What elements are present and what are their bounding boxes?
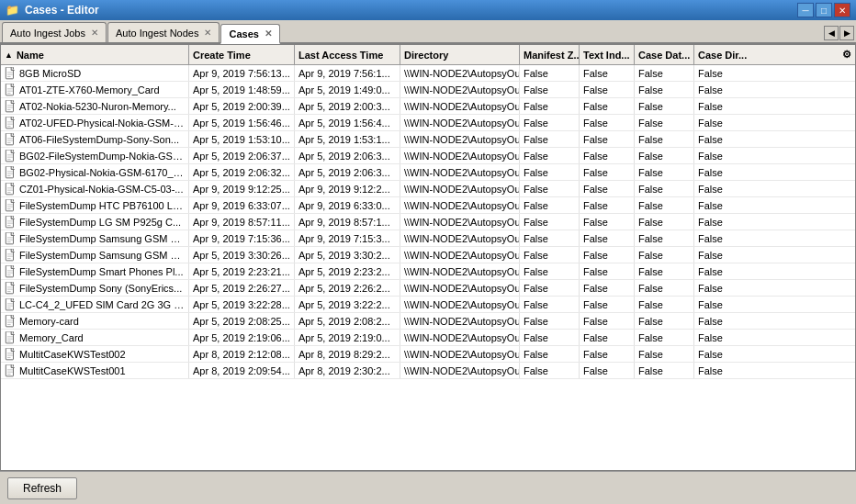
cell-casedir: False xyxy=(694,346,855,362)
minimize-button[interactable]: ─ xyxy=(797,3,814,17)
row-name: BG02-Physical-Nokia-GSM-6170_2... xyxy=(19,167,185,178)
table-row[interactable]: LC-C4_2_UFED SIM Card 2G 3G S... Apr 5, … xyxy=(1,297,855,313)
table-row[interactable]: FileSystemDump HTC PB76100 Le... Apr 9, … xyxy=(1,197,855,214)
cell-access: Apr 9, 2019 7:15:3... xyxy=(295,230,400,246)
table-row[interactable]: FileSystemDump Sony (SonyErics... Apr 5,… xyxy=(1,280,855,297)
cell-dir: \\WIN-NODE2\AutopsyOutput\Cas... xyxy=(400,197,520,213)
file-icon xyxy=(5,315,16,328)
cell-create: Apr 8, 2019 2:09:54... xyxy=(189,363,295,378)
table-row[interactable]: MultitCaseKWSTest002 Apr 8, 2019 2:12:08… xyxy=(1,346,855,363)
table-row[interactable]: FileSystemDump Smart Phones Pl... Apr 5,… xyxy=(1,263,855,280)
cell-casedir: False xyxy=(694,313,855,329)
refresh-button[interactable]: Refresh xyxy=(7,477,77,499)
file-icon xyxy=(5,150,16,162)
cell-access: Apr 5, 2019 2:19:0... xyxy=(295,330,400,345)
cell-manifest: False xyxy=(520,313,580,329)
cell-manifest: False xyxy=(520,197,580,213)
cell-name: Memory-card xyxy=(1,313,189,329)
table-row[interactable]: AT01-ZTE-X760-Memory_Card Apr 5, 2019 1:… xyxy=(1,82,855,98)
file-icon xyxy=(5,100,16,113)
col-header-name[interactable]: ▲ Name xyxy=(1,45,189,64)
cell-manifest: False xyxy=(520,115,580,130)
table-row[interactable]: MultitCaseKWSTest001 Apr 8, 2019 2:09:54… xyxy=(1,363,855,379)
cell-manifest: False xyxy=(520,280,580,296)
bottom-bar: Refresh xyxy=(0,471,856,504)
table-row[interactable]: AT02-UFED-Physical-Nokia-GSM-f... Apr 5,… xyxy=(1,115,855,131)
table-row[interactable]: BG02-FileSystemDump-Nokia-GSM... Apr 5, … xyxy=(1,148,855,164)
table-row[interactable]: CZ01-Physical-Nokia-GSM-C5-03-... Apr 9,… xyxy=(1,181,855,197)
table-row[interactable]: Memory_Card Apr 5, 2019 2:19:06... Apr 5… xyxy=(1,330,855,346)
cell-casedir: False xyxy=(694,280,855,296)
table-row[interactable]: FileSystemDump Samsung GSM G... Apr 5, 2… xyxy=(1,247,855,263)
cell-casedir: False xyxy=(694,214,855,230)
cell-manifest: False xyxy=(520,214,580,230)
col-header-dir[interactable]: Directory xyxy=(400,45,520,64)
table-row[interactable]: BG02-Physical-Nokia-GSM-6170_2... Apr 5,… xyxy=(1,164,855,181)
cell-text: False xyxy=(580,131,635,147)
cell-manifest: False xyxy=(520,98,580,114)
cell-dir: \\WIN-NODE2\AutopsyOutput\Cas... xyxy=(400,346,520,362)
cell-casedat: False xyxy=(635,82,694,97)
cell-access: Apr 8, 2019 8:29:2... xyxy=(295,346,400,362)
table-row[interactable]: AT02-Nokia-5230-Nuron-Memory... Apr 5, 2… xyxy=(1,98,855,115)
cell-manifest: False xyxy=(520,131,580,147)
cell-casedat: False xyxy=(635,115,694,130)
cell-dir: \\WIN-NODE2\AutopsyOutput\Cas... xyxy=(400,214,520,230)
col-header-casedat[interactable]: Case Dat... xyxy=(635,45,694,64)
cell-access: Apr 8, 2019 2:30:2... xyxy=(295,363,400,378)
col-header-manifest[interactable]: Manifest Z... xyxy=(520,45,580,64)
cell-manifest: False xyxy=(520,230,580,246)
tab-auto-ingest-jobs[interactable]: Auto Ingest Jobs ✕ xyxy=(2,22,107,42)
tab-close-auto-ingest-nodes[interactable]: ✕ xyxy=(204,28,211,38)
cell-casedat: False xyxy=(635,346,694,362)
table-row[interactable]: FileSystemDump Samsung GSM G... Apr 9, 2… xyxy=(1,230,855,247)
header-settings-icon[interactable]: ⚙ xyxy=(842,49,851,61)
cell-casedir: False xyxy=(694,115,855,130)
file-icon xyxy=(5,133,16,146)
table-row[interactable]: 8GB MicroSD Apr 9, 2019 7:56:13... Apr 9… xyxy=(1,65,855,82)
cell-casedir: False xyxy=(694,65,855,81)
maximize-button[interactable]: □ xyxy=(816,3,832,17)
cell-name: MultitCaseKWSTest001 xyxy=(1,363,189,378)
cell-casedat: False xyxy=(635,247,694,263)
cell-create: Apr 5, 2019 3:22:28... xyxy=(189,297,295,312)
file-icon xyxy=(5,84,16,96)
cell-casedat: False xyxy=(635,197,694,213)
col-header-access[interactable]: Last Access Time xyxy=(295,45,400,64)
tab-nav-left[interactable]: ◀ xyxy=(824,26,839,40)
file-icon xyxy=(5,117,16,129)
table-body[interactable]: 8GB MicroSD Apr 9, 2019 7:56:13... Apr 9… xyxy=(1,65,855,470)
tab-close-cases[interactable]: ✕ xyxy=(265,28,272,39)
cell-access: Apr 5, 2019 1:56:4... xyxy=(295,115,400,130)
col-header-casedir[interactable]: Case Dir... ⚙ xyxy=(694,45,855,64)
table-row[interactable]: Memory-card Apr 5, 2019 2:08:25... Apr 5… xyxy=(1,313,855,330)
cell-manifest: False xyxy=(520,346,580,362)
cell-casedat: False xyxy=(635,363,694,378)
tab-close-auto-ingest-jobs[interactable]: ✕ xyxy=(91,28,98,38)
cell-casedat: False xyxy=(635,214,694,230)
cell-dir: \\WIN-NODE2\AutopsyOutput\Cas... xyxy=(400,230,520,246)
col-label-casedat: Case Dat... xyxy=(638,50,690,61)
close-button[interactable]: ✕ xyxy=(834,3,850,17)
cell-access: Apr 5, 2019 1:49:0... xyxy=(295,82,400,97)
cell-manifest: False xyxy=(520,65,580,81)
table-row[interactable]: FileSystemDump LG SM P925g C... Apr 9, 2… xyxy=(1,214,855,230)
cell-casedat: False xyxy=(635,148,694,163)
cell-name: Memory_Card xyxy=(1,330,189,345)
row-name: FileSystemDump Samsung GSM G... xyxy=(19,233,185,244)
tab-auto-ingest-nodes[interactable]: Auto Ingest Nodes ✕ xyxy=(107,22,220,42)
cell-access: Apr 5, 2019 3:22:2... xyxy=(295,297,400,312)
cell-create: Apr 5, 2019 2:06:32... xyxy=(189,164,295,180)
cell-text: False xyxy=(580,230,635,246)
table-row[interactable]: AT06-FileSystemDump-Sony-Son... Apr 5, 2… xyxy=(1,131,855,148)
cell-text: False xyxy=(580,280,635,296)
table-header: ▲ Name Create Time Last Access Time Dire… xyxy=(1,45,855,65)
tab-nav-right[interactable]: ▶ xyxy=(839,26,854,40)
col-header-create[interactable]: Create Time xyxy=(189,45,295,64)
tab-cases[interactable]: Cases ✕ xyxy=(220,24,279,44)
cell-create: Apr 9, 2019 7:15:36... xyxy=(189,230,295,246)
cell-access: Apr 5, 2019 2:00:3... xyxy=(295,98,400,114)
cell-create: Apr 5, 2019 1:53:10... xyxy=(189,131,295,147)
col-header-text[interactable]: Text Ind... xyxy=(580,45,635,64)
cell-text: False xyxy=(580,297,635,312)
